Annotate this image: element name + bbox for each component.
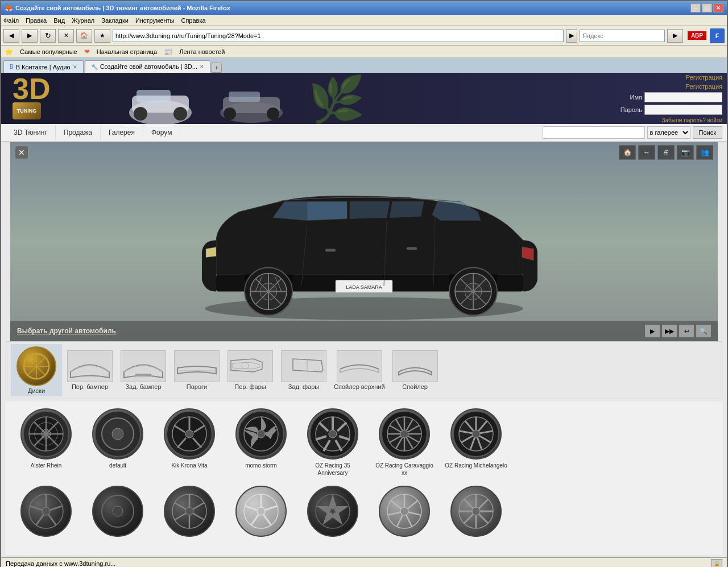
forgot-link[interactable]: Забыли пароль? войти xyxy=(662,117,723,123)
wheel-caravaggio[interactable]: OZ Racing Caravaggio xx xyxy=(373,408,436,477)
svg-point-107 xyxy=(42,507,50,515)
part-top-spoiler[interactable]: Спойлер верхний xyxy=(332,348,387,392)
viewer-icons: 🏠 ↔ 🖨 📷 👥 xyxy=(619,145,713,160)
parts-selector: Диски Пер. бампер xyxy=(6,341,722,399)
svg-point-44 xyxy=(242,362,249,369)
search-go-button[interactable]: ▶ xyxy=(667,29,683,43)
header-cars-svg: 🌿 xyxy=(92,73,433,124)
wheel-default[interactable]: default xyxy=(86,408,149,477)
print-icon[interactable]: 🖨 xyxy=(657,145,675,160)
share-icon[interactable]: 👥 xyxy=(696,145,713,160)
logo-3d: 3D xyxy=(13,76,50,102)
wheel-r2-5[interactable] xyxy=(301,486,364,539)
nav-search-select[interactable]: в галерее по модели xyxy=(647,126,690,139)
part-discs[interactable]: Диски xyxy=(11,344,62,396)
svg-point-56 xyxy=(112,428,123,440)
refresh-button[interactable]: ↻ xyxy=(40,29,56,43)
home-viewer-icon[interactable]: 🏠 xyxy=(619,145,636,160)
menu-journal[interactable]: Журнал xyxy=(72,17,94,24)
wheel-r2-4[interactable] xyxy=(230,486,292,539)
wheel-oz35[interactable]: OZ Racing 35 Anniversary xyxy=(301,408,364,477)
wheel-alster-rhein-img xyxy=(20,408,72,460)
forward-button[interactable]: ▶ xyxy=(22,29,38,43)
wheel-momo-storm[interactable]: momo storm xyxy=(230,408,292,477)
maximize-button[interactable]: □ xyxy=(702,3,712,13)
password-input[interactable] xyxy=(644,105,722,115)
addon-button[interactable]: F xyxy=(710,28,725,43)
rotate-icon[interactable]: ↔ xyxy=(638,145,655,160)
part-rear-bumper[interactable]: Зад. бампер xyxy=(118,348,169,392)
tab-3dtuning-close[interactable]: ✕ xyxy=(200,64,204,69)
new-tab-button[interactable]: + xyxy=(212,63,222,73)
part-front-lights[interactable]: Пер. фары xyxy=(225,348,276,392)
car-svg: LADA SAMARA xyxy=(171,172,557,326)
name-input[interactable] xyxy=(644,92,722,102)
rewind-button[interactable]: ↩ xyxy=(679,325,694,337)
menu-view[interactable]: Вид xyxy=(53,17,65,24)
zoom-button[interactable]: 🔍 xyxy=(696,325,711,337)
part-spoiler[interactable]: Спойлер xyxy=(390,348,441,392)
play-button[interactable]: ▶ xyxy=(645,325,660,337)
part-rear-lights[interactable]: Зад. фары xyxy=(278,348,329,392)
svg-point-95 xyxy=(472,430,480,438)
camera-icon[interactable]: 📷 xyxy=(677,145,694,160)
wheel-michelangelo-label: OZ Racing Michelangelo xyxy=(445,462,507,469)
svg-point-8 xyxy=(267,107,279,120)
bookmark-popular[interactable]: Самые популярные xyxy=(20,48,77,55)
nav-search-area: в галерее по модели Поиск xyxy=(543,126,722,139)
nav-search-button[interactable]: Поиск xyxy=(693,126,722,139)
wheel-r2-1[interactable] xyxy=(15,486,77,539)
nav-3dtuning[interactable]: 3D Тюнинг xyxy=(6,125,56,140)
adblock-button[interactable]: ABP xyxy=(688,31,706,40)
tab-3dtuning-label: Создайте свой автомобиль | 3D... xyxy=(100,63,197,70)
menu-edit[interactable]: Правка xyxy=(26,17,47,24)
nav-gallery[interactable]: Галерея xyxy=(101,125,143,140)
wheel-r2-3[interactable] xyxy=(158,486,221,539)
menu-file[interactable]: Файл xyxy=(3,17,19,24)
wheel-r2-2[interactable] xyxy=(86,486,149,539)
registration-link[interactable]: Регистрация xyxy=(618,74,722,81)
wheel-r2-6[interactable] xyxy=(373,486,436,539)
wheel-oz35-img xyxy=(307,408,358,460)
nav-forum[interactable]: Форум xyxy=(143,125,180,140)
wheel-r2-7[interactable] xyxy=(445,486,507,539)
bookmark-news[interactable]: Лента новостей xyxy=(179,48,225,55)
tab-vkontakte[interactable]: В В Контакте | Аудио ✕ xyxy=(3,60,84,73)
nav-search-input[interactable] xyxy=(543,126,645,139)
tab-3dtuning[interactable]: 🔧 Создайте свой автомобиль | 3D... ✕ xyxy=(85,60,210,73)
status-icons: 🔒 xyxy=(711,559,722,568)
home-button[interactable]: 🏠 xyxy=(76,29,92,43)
choose-car-link[interactable]: Выбрать другой автомобиль xyxy=(17,327,116,335)
wheel-michelangelo[interactable]: OZ Racing Michelangelo xyxy=(445,408,507,477)
tab-vkontakte-close[interactable]: ✕ xyxy=(73,64,77,70)
browser-search[interactable] xyxy=(580,30,665,42)
part-front-bumper[interactable]: Пер. бампер xyxy=(64,348,115,392)
rear-lights-img xyxy=(281,350,326,382)
svg-point-80 xyxy=(400,430,408,438)
fast-forward-button[interactable]: ▶▶ xyxy=(662,325,677,337)
minimize-button[interactable]: ─ xyxy=(690,3,701,13)
svg-point-118 xyxy=(185,507,193,515)
back-button[interactable]: ◀ xyxy=(3,29,19,43)
menu-help[interactable]: Справка xyxy=(181,17,205,24)
wheel-alster-rhein[interactable]: Alster Rhein xyxy=(15,408,77,477)
part-sills[interactable]: Пороги xyxy=(171,348,222,392)
menu-tools[interactable]: Инструменты xyxy=(135,17,175,24)
wheel-alster-rhein-label: Alster Rhein xyxy=(31,462,61,469)
stop-button[interactable]: ✕ xyxy=(58,29,74,43)
site-header: 3D TUNING xyxy=(1,73,727,124)
top-spoiler-img xyxy=(337,350,382,382)
wheel-caravaggio-img xyxy=(379,408,430,460)
registration-text[interactable]: Регистрация xyxy=(618,83,722,90)
address-bar[interactable] xyxy=(113,30,564,42)
bookmark-button[interactable]: ★ xyxy=(94,29,110,43)
bookmark-home[interactable]: Начальная страница xyxy=(97,48,157,55)
svg-point-148 xyxy=(472,507,480,515)
svg-point-7 xyxy=(224,107,236,120)
nav-sale[interactable]: Продажа xyxy=(56,125,101,140)
wheel-kik-krona[interactable]: Kik Krona Vita xyxy=(158,408,221,477)
close-button[interactable]: ✕ xyxy=(713,3,723,13)
go-button[interactable]: ▶ xyxy=(566,29,577,43)
settings-icon[interactable]: ✕ xyxy=(15,146,28,159)
menu-bookmarks[interactable]: Закладки xyxy=(101,17,129,24)
